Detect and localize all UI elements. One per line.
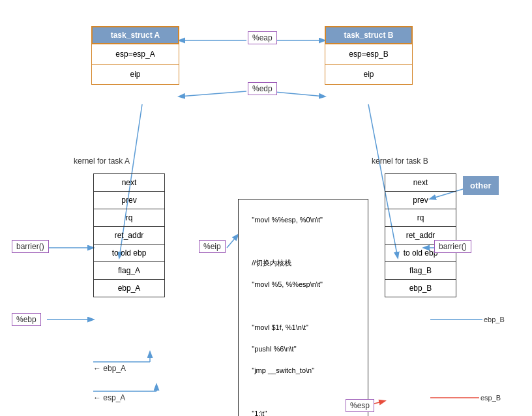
- barrier-b-label: barrier(): [434, 240, 471, 253]
- code-line1: "movl %%esp, %0\n\t": [252, 216, 323, 224]
- task-struct-a-title: task_struct A: [91, 26, 179, 44]
- other-box: other: [463, 176, 499, 195]
- task-b-esp: esp=esp_B: [325, 44, 412, 65]
- kb-prev: prev: [385, 192, 456, 209]
- ka-flag-a: flag_A: [94, 262, 164, 280]
- espB-label-text: esp_B: [480, 394, 501, 402]
- task-b-eip: eip: [325, 65, 412, 84]
- kernel-a-stack: next prev rq ret_addr to old ebp flag_A …: [93, 173, 165, 297]
- kb-ebp-b: ebp_B: [385, 280, 456, 297]
- edp-label: %edp: [248, 82, 277, 95]
- code-line5: "jmp __switch_to\n": [252, 366, 314, 374]
- kb-next: next: [385, 174, 456, 192]
- task-a-esp: esp=esp_A: [92, 44, 179, 65]
- kernel-a-label: kernel for task A: [74, 156, 130, 166]
- task-struct-b-title: task_struct B: [325, 26, 413, 44]
- espa-line-label: ← esp_A: [93, 393, 125, 402]
- kb-rq: rq: [385, 209, 456, 227]
- kernel-b-stack: next prev rq ret_addr to old ebp flag_B …: [385, 173, 456, 297]
- code-line6: "1:\t": [252, 409, 267, 417]
- ebpB-label-text: ebp_B: [484, 316, 505, 323]
- ebpa-line-label: ← ebp_A: [93, 364, 126, 373]
- code-line4: "pushl %6\n\t": [252, 345, 296, 353]
- code-box: "movl %%esp, %0\n\t" //切换内核栈 "movl %5, %…: [238, 199, 368, 416]
- task-a-eip: eip: [92, 65, 179, 84]
- kernel-b-label: kernel for task B: [372, 156, 428, 166]
- task-struct-b: task_struct B esp=esp_B eip: [325, 26, 413, 85]
- diagram-container: ebp_B esp_B task_struct A esp=esp_A eip …: [0, 0, 532, 416]
- ka-ret-addr: ret_addr: [94, 227, 164, 245]
- ka-next: next: [94, 174, 164, 192]
- ka-to-old-ebp: to old ebp: [94, 245, 164, 262]
- code-line2: "movl %5, %%esp\n\t": [252, 280, 323, 288]
- esp-label: %esp: [346, 399, 374, 412]
- barrier-a-label: barrier(): [12, 240, 49, 253]
- ka-ebp-a: ebp_A: [94, 280, 164, 297]
- task-struct-a: task_struct A esp=esp_A eip: [91, 26, 179, 85]
- ka-rq: rq: [94, 209, 164, 227]
- ka-prev: prev: [94, 192, 164, 209]
- eip-label: %eip: [199, 240, 226, 253]
- svg-line-1: [179, 91, 246, 97]
- kb-flag-b: flag_B: [385, 262, 456, 280]
- eap-label: %eap: [248, 31, 277, 44]
- svg-line-6: [227, 235, 238, 248]
- code-line3: "movl $1f, %1\n\t": [252, 323, 308, 331]
- ebp-label: %ebp: [12, 313, 41, 326]
- code-comment: //切换内核栈: [252, 259, 291, 267]
